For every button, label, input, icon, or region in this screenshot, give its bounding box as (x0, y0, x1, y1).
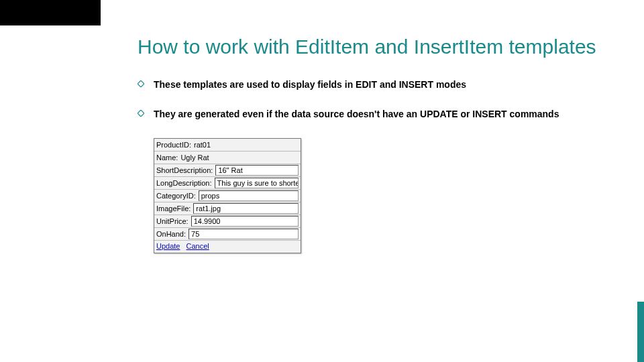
field-label: CategoryID: (156, 192, 196, 200)
text-input[interactable]: props (199, 190, 299, 201)
diamond-icon (138, 110, 144, 117)
update-link[interactable]: Update (156, 242, 180, 250)
field-label: UnitPrice: (156, 217, 189, 225)
field-label: LongDescription: (156, 179, 212, 187)
cancel-link[interactable]: Cancel (186, 242, 209, 250)
form-row-onhand: OnHand: 75 (154, 228, 301, 241)
text-input[interactable]: This guy is sure to shorte (215, 178, 299, 188)
top-left-decor (0, 0, 101, 25)
text-input[interactable]: 16" Rat (215, 165, 299, 176)
field-label: ImageFile: (156, 204, 191, 213)
diamond-icon (138, 80, 144, 87)
bullet-text: They are generated even if the data sour… (154, 109, 559, 119)
slide-title: How to work with EditItem and InsertItem… (138, 35, 607, 60)
bullet-text: These templates are used to display fiel… (154, 79, 466, 90)
form-row-shortdesc: ShortDescription: 16" Rat (154, 164, 301, 177)
field-label: Name: (156, 154, 178, 162)
bottom-right-accent (637, 302, 644, 362)
form-action-links: Update Cancel (154, 241, 301, 253)
form-row-longdesc: LongDescription: This guy is sure to sho… (154, 177, 301, 190)
form-row-imagefile: ImageFile: rat1.jpg (154, 202, 301, 215)
bullet-item: These templates are used to display fiel… (138, 78, 607, 91)
text-input[interactable]: 14.9900 (191, 216, 299, 227)
field-label: ProductID: (156, 141, 191, 149)
form-preview: ProductID: rat01 Name: Ugly Rat ShortDes… (154, 138, 301, 253)
slide-content: How to work with EditItem and InsertItem… (138, 35, 607, 253)
bullet-list: These templates are used to display fiel… (138, 78, 607, 121)
form-row-category: CategoryID: props (154, 190, 301, 202)
field-label: OnHand: (156, 230, 186, 238)
text-input[interactable]: rat1.jpg (193, 203, 299, 214)
form-row-productid: ProductID: rat01 (154, 139, 301, 152)
text-input[interactable]: 75 (189, 229, 299, 239)
field-label: ShortDescription: (156, 166, 213, 174)
form-row-unitprice: UnitPrice: 14.9900 (154, 215, 301, 228)
form-row-name: Name: Ugly Rat (154, 152, 301, 164)
bullet-item: They are generated even if the data sour… (138, 108, 607, 121)
field-value: Ugly Rat (180, 154, 209, 162)
field-value: rat01 (194, 141, 211, 149)
